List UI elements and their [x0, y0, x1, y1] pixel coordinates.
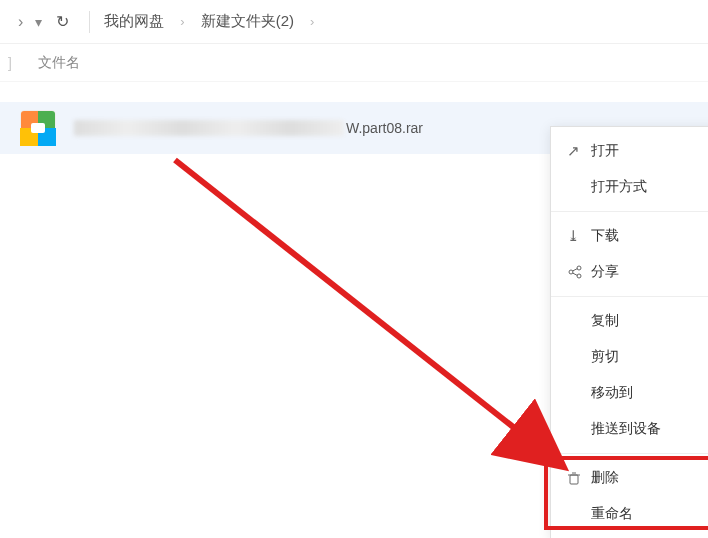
- archive-file-icon: [20, 110, 56, 146]
- menu-push-device[interactable]: 推送到设备: [551, 411, 708, 447]
- chevron-right-icon: ›: [298, 14, 326, 29]
- menu-label: 删除: [591, 469, 703, 487]
- annotation-arrow: [165, 150, 585, 510]
- svg-point-1: [577, 266, 581, 270]
- filename-redacted: [74, 120, 344, 136]
- menu-move-to[interactable]: 移动到: [551, 375, 708, 411]
- refresh-icon[interactable]: ↻: [46, 12, 79, 31]
- nav-dropdown-icon[interactable]: ▾: [31, 14, 46, 30]
- menu-label: 剪切: [591, 348, 703, 366]
- breadcrumb-item-folder[interactable]: 新建文件夹(2): [197, 12, 298, 31]
- chevron-right-icon: ›: [168, 14, 196, 29]
- menu-label: 移动到: [591, 384, 703, 402]
- svg-line-3: [573, 269, 578, 272]
- menu-copy[interactable]: 复制: [551, 303, 708, 339]
- menu-rename[interactable]: 重命名: [551, 496, 708, 532]
- download-icon: ⤓: [567, 227, 591, 245]
- menu-separator: [551, 211, 708, 212]
- menu-label: 打开: [591, 142, 703, 160]
- column-header-row: ] 文件名: [0, 44, 708, 82]
- svg-point-2: [577, 274, 581, 278]
- column-name-header[interactable]: 文件名: [38, 54, 80, 72]
- svg-line-8: [175, 160, 555, 460]
- menu-delete[interactable]: 删除: [551, 460, 708, 496]
- menu-label: 分享: [591, 263, 703, 281]
- divider: [89, 11, 90, 33]
- menu-open[interactable]: ↗ 打开: [551, 133, 708, 169]
- menu-open-with[interactable]: 打开方式: [551, 169, 708, 205]
- menu-label: 重命名: [591, 505, 703, 523]
- open-icon: ↗: [567, 142, 591, 160]
- breadcrumb: 我的网盘 › 新建文件夹(2) ›: [100, 12, 326, 31]
- menu-cut[interactable]: 剪切: [551, 339, 708, 375]
- menu-download[interactable]: ⤓ 下载: [551, 218, 708, 254]
- menu-label: 下载: [591, 227, 703, 245]
- nav-forward-icon[interactable]: ›: [10, 13, 31, 31]
- menu-label: 推送到设备: [591, 420, 703, 438]
- menu-share[interactable]: 分享: [551, 254, 708, 290]
- share-icon: [567, 264, 591, 280]
- checkbox-edge-icon: ]: [8, 55, 12, 71]
- filename-suffix: W.part08.rar: [346, 120, 423, 136]
- toolbar: › ▾ ↻ 我的网盘 › 新建文件夹(2) ›: [0, 0, 708, 44]
- menu-separator: [551, 296, 708, 297]
- menu-label: 打开方式: [591, 178, 703, 196]
- context-menu: ↗ 打开 打开方式 ⤓ 下载 分享 复制 剪切 移动到 推送到设备: [550, 126, 708, 538]
- delete-icon: [567, 471, 591, 485]
- file-name: W.part08.rar: [74, 120, 423, 136]
- menu-separator: [551, 453, 708, 454]
- svg-rect-5: [570, 475, 578, 484]
- breadcrumb-item-root[interactable]: 我的网盘: [100, 12, 168, 31]
- svg-line-4: [573, 273, 578, 276]
- menu-label: 复制: [591, 312, 703, 330]
